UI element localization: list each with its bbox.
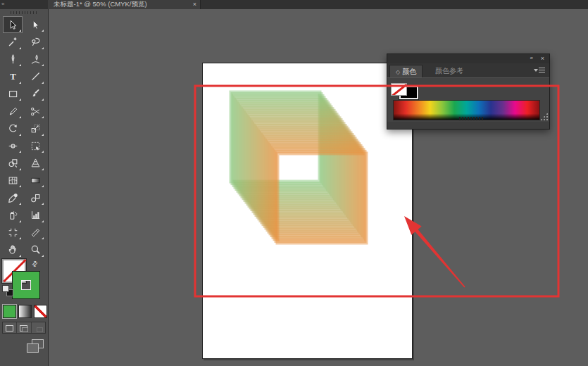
color-panel-content [387, 77, 549, 122]
draw-behind-button[interactable] [17, 322, 31, 333]
scale-tool[interactable] [25, 120, 45, 137]
shape-builder-tool-icon [8, 158, 18, 168]
paintbrush-tool[interactable] [25, 85, 45, 102]
line-segment-tool[interactable] [25, 68, 45, 85]
direct-selection-tool-icon [30, 20, 41, 30]
lasso-tool-icon [30, 37, 41, 47]
pen-tool[interactable] [3, 51, 23, 68]
symbol-sprayer-tool[interactable] [3, 207, 23, 224]
hand-tool[interactable] [3, 241, 23, 258]
zoom-tool-icon [30, 244, 41, 255]
symbol-sprayer-tool-icon [8, 210, 18, 220]
default-fill-stroke-icon[interactable] [2, 285, 13, 296]
perspective-grid-tool[interactable] [25, 155, 45, 172]
type-tool-icon: T [8, 71, 18, 82]
artboard [202, 63, 413, 359]
magic-wand-tool[interactable] [3, 34, 23, 51]
tools-panel-grip[interactable] [11, 11, 37, 14]
paintbrush-tool-icon [30, 89, 41, 99]
line-segment-tool-icon [30, 71, 41, 82]
curvature-tool[interactable] [25, 51, 45, 68]
color-panel: « × ◇ 颜色 颜色参考 [387, 53, 550, 130]
swap-fill-stroke-icon[interactable]: ⇄ [30, 259, 39, 269]
column-graph-tool[interactable] [25, 207, 45, 224]
eyedropper-tool[interactable] [3, 189, 23, 206]
zoom-tool[interactable] [25, 241, 45, 258]
lasso-tool[interactable] [25, 34, 45, 51]
document-tab[interactable]: 未标题-1* @ 50% (CMYK/预览) × [48, 0, 201, 9]
pencil-tool-icon [8, 106, 18, 117]
tab-close-icon[interactable]: × [193, 0, 196, 9]
free-transform-tool-icon [30, 141, 41, 151]
none-button[interactable] [34, 305, 47, 318]
eyedropper-tool-icon [8, 193, 18, 203]
curvature-tool-icon [30, 54, 41, 65]
tab-color-guide[interactable]: 颜色参考 [430, 65, 469, 77]
collapse-panel-icon[interactable]: « [530, 55, 532, 61]
annotation-arrow [404, 216, 465, 288]
screen-mode-icon [27, 343, 39, 353]
free-transform-tool[interactable] [25, 137, 45, 154]
hand-tool-icon [8, 244, 18, 255]
close-panel-icon[interactable]: × [541, 54, 544, 63]
panel-menu-icon[interactable] [534, 67, 545, 74]
slice-tool-icon [30, 227, 41, 238]
pencil-tool[interactable] [3, 103, 23, 120]
blend-tool[interactable] [25, 189, 45, 206]
width-tool[interactable] [3, 137, 23, 154]
slice-tool[interactable] [25, 224, 45, 241]
mesh-tool[interactable] [3, 172, 23, 189]
svg-text:T: T [10, 72, 16, 82]
panel-fill-swatch[interactable] [391, 83, 407, 96]
panel-cycle-icon[interactable]: ◇ [396, 69, 400, 75]
color-panel-tabs: ◇ 颜色 颜色参考 [387, 63, 549, 77]
type-tool[interactable]: T [3, 68, 23, 85]
scale-tool-icon [30, 123, 41, 134]
artboard-tool-icon [8, 227, 18, 238]
rotate-tool[interactable] [3, 120, 23, 137]
tab-color-label: 颜色 [402, 67, 416, 77]
gradient-tool-icon [30, 175, 41, 186]
color-button[interactable] [3, 305, 16, 318]
magic-wand-tool-icon [8, 37, 18, 47]
document-tab-title: 未标题-1* @ 50% (CMYK/预览) [48, 0, 147, 9]
rectangle-tool-icon [8, 89, 18, 99]
panel-collapse-icon[interactable]: « [1, 1, 4, 8]
draw-inside-button[interactable] [32, 322, 45, 333]
mesh-tool-icon [8, 175, 18, 186]
default-fill-chip [2, 285, 9, 292]
gradient-button[interactable] [18, 305, 32, 318]
tools-panel: T ⇄ [0, 9, 49, 366]
drawing-modes-bar [2, 322, 46, 334]
scissors-tool[interactable] [25, 103, 45, 120]
none-slash-icon [391, 83, 407, 96]
screen-mode-button[interactable] [25, 338, 44, 353]
tab-color[interactable]: ◇ 颜色 [389, 65, 423, 78]
selection-tool-icon [8, 20, 18, 30]
artboard-tool[interactable] [3, 224, 23, 241]
panel-resize-grip[interactable] [459, 117, 484, 120]
width-tool-icon [8, 141, 18, 151]
direct-selection-tool[interactable] [25, 16, 45, 33]
selection-tool[interactable] [3, 16, 23, 33]
color-panel-header[interactable]: « × [387, 54, 549, 64]
gradient-tool[interactable] [25, 172, 45, 189]
tab-color-guide-label: 颜色参考 [435, 66, 463, 76]
rotate-tool-icon [8, 123, 18, 134]
draw-normal-button[interactable] [3, 322, 17, 333]
shape-builder-tool[interactable] [3, 155, 23, 172]
document-tab-bar: « 未标题-1* @ 50% (CMYK/预览) × [0, 0, 588, 9]
blend-tool-icon [30, 193, 41, 203]
perspective-grid-tool-icon [30, 158, 41, 168]
rectangle-tool[interactable] [3, 85, 23, 102]
scissors-tool-icon [30, 106, 41, 117]
panel-resize-corner[interactable] [540, 113, 548, 120]
stroke-color-swatch[interactable] [13, 272, 39, 298]
pen-tool-icon [8, 54, 18, 65]
illustrator-window: « 未标题-1* @ 50% (CMYK/预览) × T ⇄ [0, 0, 588, 366]
column-graph-tool-icon [30, 210, 41, 220]
